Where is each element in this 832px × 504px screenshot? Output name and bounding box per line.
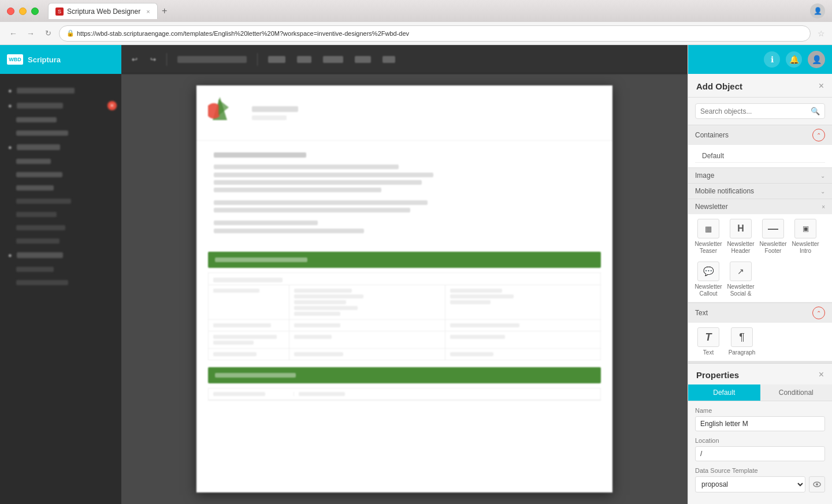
traffic-light-green[interactable] <box>31 8 39 15</box>
mobile-notif-toggle-icon: ⌄ <box>820 188 825 195</box>
toolbar-btn-5[interactable] <box>378 51 400 68</box>
canvas-area[interactable] <box>121 74 688 504</box>
sidebar-sub-10[interactable] <box>0 263 121 276</box>
properties-panel: Properties × Default Conditional Name Lo… <box>688 363 832 504</box>
image-section-header[interactable]: Image ⌄ <box>688 167 832 183</box>
newsletter-header-icon: H <box>730 219 752 238</box>
sidebar-item-4[interactable]: ● <box>0 248 121 263</box>
image-label: Image <box>695 171 714 180</box>
toolbar-btn-3[interactable] <box>318 51 348 68</box>
location-input[interactable] <box>695 446 825 461</box>
sidebar-item-3[interactable]: ● <box>0 140 121 155</box>
location-label: Location <box>695 437 825 444</box>
search-input[interactable] <box>700 107 807 115</box>
newsletter-section-header[interactable]: Newsletter × <box>688 199 832 214</box>
newsletter-teaser-item[interactable]: ▦ NewsletterTeaser <box>694 219 723 255</box>
forward-button[interactable]: → <box>24 27 37 40</box>
address-bar[interactable]: 🔒 https://wbd-stab.scripturaengage.com/t… <box>59 25 811 42</box>
text-item[interactable]: T Text <box>694 327 723 356</box>
datasource-eye-button[interactable] <box>809 476 825 492</box>
toolbar-redo[interactable]: ↪ <box>146 51 161 68</box>
sidebar-sub-9[interactable] <box>0 234 121 248</box>
properties-tabs: Default Conditional <box>688 384 832 401</box>
newsletter-social-label: NewsletterSocial & <box>727 283 754 297</box>
tab-close-button[interactable]: × <box>146 8 150 15</box>
datasource-label: Data Source Template <box>695 467 825 474</box>
name-input[interactable] <box>695 416 825 431</box>
datasource-field-group: Data Source Template proposal <box>695 467 825 492</box>
sidebar-sub-1[interactable] <box>0 113 121 126</box>
sidebar-item-1[interactable]: ● <box>0 83 121 98</box>
user-avatar[interactable]: 👤 <box>808 51 825 68</box>
text-item-label: Text <box>703 349 714 356</box>
paragraph-label: Paragraph <box>729 349 756 356</box>
paragraph-item[interactable]: ¶ Paragraph <box>727 327 756 356</box>
app-container: WBD Scriptura ● ● ✕ <box>0 45 832 504</box>
mobile-notif-section-header[interactable]: Mobile notifications ⌄ <box>688 183 832 199</box>
bookmark-button[interactable]: ☆ <box>818 29 825 38</box>
datasource-select[interactable]: proposal <box>695 476 805 492</box>
toolbar-template-name[interactable] <box>173 51 251 68</box>
sidebar-sub-4[interactable] <box>0 168 121 181</box>
traffic-light-yellow[interactable] <box>19 8 27 15</box>
sidebar-sub-3[interactable] <box>0 155 121 168</box>
svg-point-3 <box>816 483 818 486</box>
newsletter-header-label: NewsletterHeader <box>727 241 754 255</box>
newsletter-social-item[interactable]: ↗ NewsletterSocial & <box>726 262 755 297</box>
tab-title: Scriptura Web Designer <box>67 8 140 16</box>
new-tab-button[interactable]: + <box>158 4 172 18</box>
newsletter-footer-item[interactable]: — NewsletterFooter <box>759 219 788 255</box>
newsletter-toggle-icon: × <box>822 204 825 210</box>
sidebar-logo: WBD <box>7 54 23 65</box>
toolbar-btn-1[interactable] <box>263 51 290 68</box>
sidebar-nav: ● ● ✕ ● <box>0 74 121 504</box>
properties-title: Properties <box>696 370 739 380</box>
name-field-group: Name <box>695 407 825 431</box>
notifications-button[interactable]: 🔔 <box>786 51 802 68</box>
active-tab[interactable]: S Scriptura Web Designer × <box>48 3 158 19</box>
browser-bar: ← → ↻ 🔒 https://wbd-stab.scripturaengage… <box>0 22 832 45</box>
name-label: Name <box>695 407 825 414</box>
newsletter-callout-item[interactable]: 💬 NewsletterCallout <box>694 262 723 297</box>
sidebar-sub-2[interactable] <box>0 126 121 140</box>
newsletter-teaser-label: NewsletterTeaser <box>694 241 722 255</box>
containers-toggle-icon: ⌃ <box>816 132 821 139</box>
text-section-header[interactable]: Text ⌃ <box>688 303 832 323</box>
panel-title: Add Object <box>696 81 742 91</box>
containers-section-header[interactable]: Containers ⌃ <box>688 125 832 145</box>
os-user-avatar: 👤 <box>810 3 825 18</box>
browser-tabs: S Scriptura Web Designer × + <box>48 0 172 22</box>
properties-close-button[interactable]: × <box>819 369 824 380</box>
tab-conditional[interactable]: Conditional <box>760 384 833 401</box>
toolbar-btn-4[interactable] <box>350 51 376 68</box>
sidebar-sub-7[interactable] <box>0 208 121 221</box>
document-canvas <box>196 85 612 492</box>
traffic-light-red[interactable] <box>7 8 14 15</box>
panel-header: Add Object × <box>688 74 832 98</box>
toolbar-sep-2 <box>257 53 258 66</box>
containers-default-item[interactable]: Default <box>695 150 825 163</box>
newsletter-header-item[interactable]: H NewsletterHeader <box>726 219 755 255</box>
newsletter-social-icon: ↗ <box>730 262 752 281</box>
panel-close-button[interactable]: × <box>819 81 824 91</box>
containers-content: Default <box>688 145 832 167</box>
newsletter-intro-item[interactable]: ▣ NewsletterIntro <box>791 219 820 255</box>
sidebar-sub-5[interactable] <box>0 181 121 195</box>
text-toggle[interactable]: ⌃ <box>812 307 825 319</box>
sidebar-item-2[interactable]: ● ✕ <box>0 98 121 113</box>
back-button[interactable]: ← <box>7 27 20 40</box>
toolbar-undo[interactable]: ↩ <box>127 51 142 68</box>
sidebar-sub-11[interactable] <box>0 276 121 289</box>
tab-default[interactable]: Default <box>688 384 760 401</box>
info-button[interactable]: ℹ <box>764 51 780 68</box>
reload-button[interactable]: ↻ <box>42 27 54 40</box>
toolbar-btn-2[interactable] <box>292 51 316 68</box>
sidebar-label-2 <box>17 103 63 109</box>
sidebar-sub-8[interactable] <box>0 221 121 234</box>
text-grid: T Text ¶ Paragraph <box>688 323 832 361</box>
newsletter-callout-icon: 💬 <box>697 262 719 281</box>
sidebar-header: WBD Scriptura <box>0 45 121 74</box>
sidebar-sub-6[interactable] <box>0 195 121 208</box>
newsletter-teaser-icon: ▦ <box>697 219 719 238</box>
containers-toggle[interactable]: ⌃ <box>812 129 825 141</box>
